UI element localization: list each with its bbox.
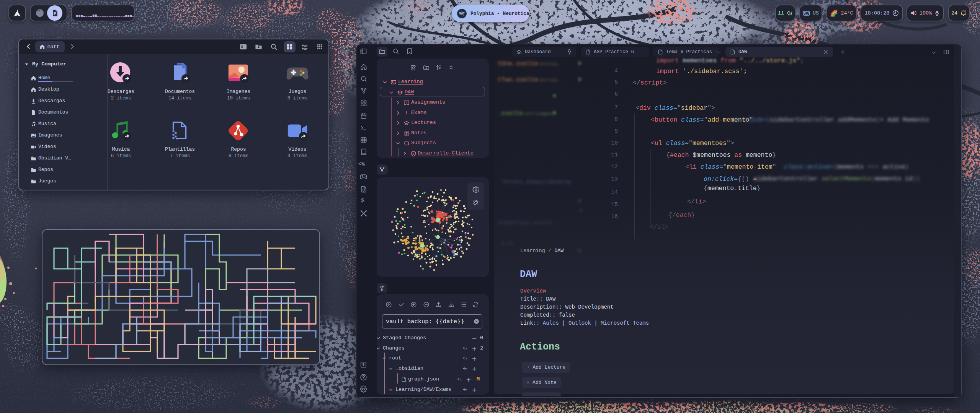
svg-text:$_: $_ — [241, 45, 245, 49]
